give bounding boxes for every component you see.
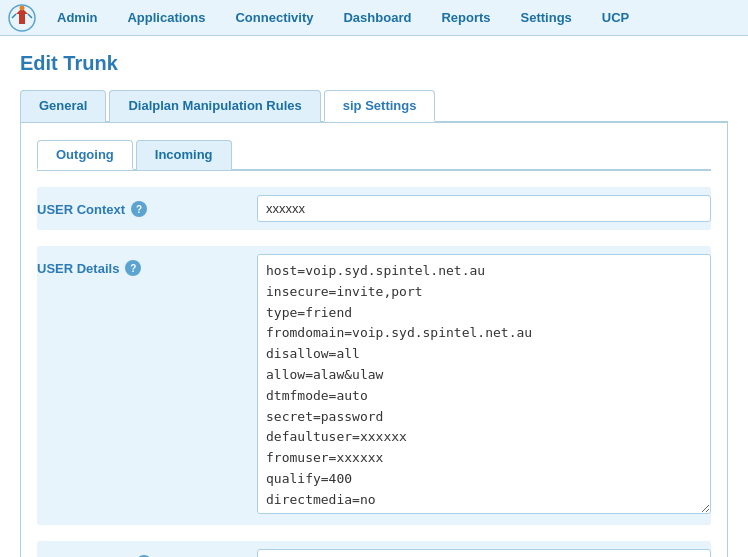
sub-tab-outgoing[interactable]: Outgoing — [37, 140, 133, 170]
user-details-help-icon[interactable]: ? — [125, 260, 141, 276]
top-nav: Admin Applications Connectivity Dashboar… — [0, 0, 748, 36]
nav-item-connectivity[interactable]: Connectivity — [220, 1, 328, 34]
nav-item-settings[interactable]: Settings — [506, 1, 587, 34]
user-context-help-icon[interactable]: ? — [131, 201, 147, 217]
user-context-field — [257, 195, 711, 222]
register-string-input[interactable] — [257, 549, 711, 557]
register-string-row: Register String ? — [37, 541, 711, 557]
main-tabs: General Dialplan Manipulation Rules sip … — [20, 89, 728, 123]
nav-item-ucp[interactable]: UCP — [587, 1, 644, 34]
nav-item-admin[interactable]: Admin — [42, 1, 112, 34]
user-details-row: USER Details ? — [37, 246, 711, 525]
tab-dialplan[interactable]: Dialplan Manipulation Rules — [109, 90, 320, 122]
user-details-field — [257, 254, 711, 517]
sub-tabs: Outgoing Incoming — [37, 139, 711, 171]
svg-point-2 — [20, 5, 25, 10]
tab-sip-settings[interactable]: sip Settings — [324, 90, 436, 122]
user-details-label: USER Details ? — [37, 254, 257, 276]
sub-tab-incoming[interactable]: Incoming — [136, 140, 232, 170]
sip-settings-content: Outgoing Incoming USER Context ? USER De… — [20, 123, 728, 557]
nav-item-reports[interactable]: Reports — [426, 1, 505, 34]
nav-item-dashboard[interactable]: Dashboard — [328, 1, 426, 34]
register-string-label: Register String ? — [37, 549, 257, 557]
register-string-field — [257, 549, 711, 557]
user-context-row: USER Context ? — [37, 187, 711, 230]
nav-item-applications[interactable]: Applications — [112, 1, 220, 34]
user-details-textarea[interactable] — [257, 254, 711, 514]
user-context-input[interactable] — [257, 195, 711, 222]
logo — [4, 0, 40, 36]
page-title: Edit Trunk — [20, 52, 728, 75]
page-content: Edit Trunk General Dialplan Manipulation… — [0, 36, 748, 557]
user-context-label: USER Context ? — [37, 195, 257, 217]
tab-general[interactable]: General — [20, 90, 106, 122]
